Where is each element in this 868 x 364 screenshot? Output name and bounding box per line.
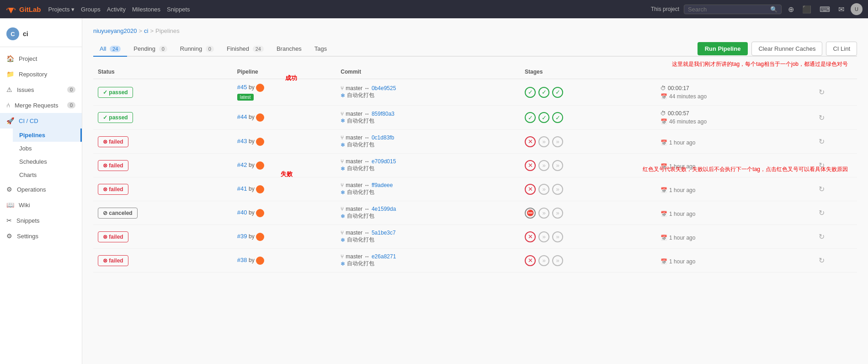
stage-circle[interactable]: ✕ (525, 255, 536, 266)
stage-circle[interactable]: ✓ (525, 112, 536, 123)
nav-milestones[interactable]: Milestones (132, 6, 160, 13)
stage-circle[interactable]: ✓ (538, 112, 549, 123)
sidebar-item-repository[interactable]: 📁 Repository (0, 66, 82, 82)
breadcrumb-part-1[interactable]: niuyueyang2020 (93, 27, 137, 34)
retry-button[interactable]: ↻ (819, 138, 825, 145)
keyboard-icon[interactable]: ⌨ (818, 3, 832, 16)
retry-button[interactable]: ↻ (819, 185, 825, 193)
status-badge[interactable]: ⊗ failed (98, 160, 128, 171)
retry-button[interactable]: ↻ (819, 114, 825, 122)
stage-circle[interactable]: » (538, 160, 549, 171)
pipeline-link[interactable]: #43 (237, 138, 247, 145)
commit-hash-link[interactable]: 0b4e9525 (372, 85, 396, 91)
stage-circle[interactable]: ⛔ (525, 208, 536, 219)
retry-button[interactable]: ↻ (819, 209, 825, 217)
status-badge[interactable]: ⊗ failed (98, 136, 128, 147)
pipeline-link[interactable]: #39 (237, 233, 247, 240)
sidebar-sub-item-schedules[interactable]: Schedules (13, 155, 82, 168)
tab-pending[interactable]: Pending 0 (127, 42, 173, 56)
tab-branches[interactable]: Branches (270, 42, 308, 56)
breadcrumb-part-2[interactable]: ci (144, 27, 148, 34)
stage-circle[interactable]: » (552, 231, 563, 242)
sidebar-sub-item-charts[interactable]: Charts (13, 168, 82, 182)
status-badge[interactable]: ⊘ canceled (98, 208, 138, 219)
stage-circle[interactable]: ✕ (525, 160, 536, 171)
arrow-icon: ↔ (364, 158, 370, 165)
commit-hash-link[interactable]: 4e1599da (372, 206, 396, 212)
commit-hash-link[interactable]: e26a8271 (372, 253, 396, 260)
sidebar-item-project[interactable]: 🏠 Project (0, 51, 82, 66)
status-badge[interactable]: ⊗ failed (98, 255, 128, 266)
sidebar-item-wiki[interactable]: 📖 Wiki (0, 197, 82, 213)
col-stages: Stages (520, 65, 656, 79)
breadcrumb-sep-2: > (150, 27, 154, 34)
commit-hash-link[interactable]: 0c1d83fb (372, 134, 394, 141)
stage-circle[interactable]: » (552, 184, 563, 195)
status-badge[interactable]: ⊗ failed (98, 231, 128, 242)
sidebar-sub-item-pipelines[interactable]: Pipelines (13, 128, 82, 142)
tab-running[interactable]: Running 0 (174, 42, 220, 56)
stage-circle[interactable]: ✓ (525, 87, 536, 98)
status-badge[interactable]: ✓ passed (98, 87, 133, 98)
stage-circle[interactable]: ✕ (525, 136, 536, 147)
snowflake-icon: ❄ (341, 189, 345, 196)
pipeline-link[interactable]: #40 (237, 209, 247, 216)
actions-cell: ↻ (814, 106, 857, 130)
sidebar-item-snippets[interactable]: ✂ Snippets (0, 213, 82, 228)
retry-button[interactable]: ↻ (819, 161, 825, 169)
stage-circle[interactable]: ✓ (552, 112, 563, 123)
pipeline-link[interactable]: #42 (237, 161, 247, 168)
stage-circle[interactable]: ✓ (552, 87, 563, 98)
commit-hash-link[interactable]: ff9adeee (372, 182, 393, 188)
commit-hash-link[interactable]: 859f80a3 (372, 111, 394, 117)
commit-hash-link[interactable]: e709d015 (372, 158, 396, 165)
sidebar-item-issues[interactable]: ⚠ Issues 0 (0, 82, 82, 97)
stage-circle[interactable]: » (538, 136, 549, 147)
pipeline-link[interactable]: #41 (237, 185, 247, 192)
stage-circle[interactable]: » (538, 255, 549, 266)
nav-projects[interactable]: Projects ▾ (48, 6, 75, 13)
run-pipeline-button[interactable]: Run Pipeline (698, 42, 748, 55)
duration-info: 📅 1 hour ago (660, 235, 809, 241)
status-badge[interactable]: ⊗ failed (98, 184, 128, 195)
retry-button[interactable]: ↻ (819, 88, 825, 96)
search-input[interactable] (688, 6, 770, 13)
search-box[interactable]: 🔍 (684, 5, 782, 14)
stage-circle[interactable]: ✕ (525, 184, 536, 195)
ci-lint-button[interactable]: CI Lint (826, 42, 857, 56)
retry-button[interactable]: ↻ (819, 257, 825, 264)
nav-snippets[interactable]: Snippets (167, 6, 190, 13)
avatar[interactable]: U (851, 3, 863, 15)
retry-button[interactable]: ↻ (819, 233, 825, 241)
stages-cell: ⛔»» (520, 201, 656, 225)
nav-groups[interactable]: Groups (81, 6, 101, 13)
status-badge[interactable]: ✓ passed (98, 112, 133, 123)
commit-hash-link[interactable]: 5a1be3c7 (372, 230, 396, 236)
gitlab-logo[interactable]: GitLab (5, 4, 41, 15)
sidebar-item-merge-requests[interactable]: ⑃ Merge Requests 0 (0, 97, 82, 113)
tab-finished[interactable]: Finished 24 (220, 42, 270, 56)
stage-circle[interactable]: » (552, 160, 563, 171)
sidebar-item-operations[interactable]: ⚙ Operations (0, 182, 82, 197)
stage-circle[interactable]: » (538, 231, 549, 242)
stage-circle[interactable]: » (538, 184, 549, 195)
nav-activity[interactable]: Activity (107, 6, 126, 13)
sidebar-item-settings[interactable]: ⚙ Settings (0, 228, 82, 244)
issues-icon[interactable]: ✉ (836, 3, 846, 16)
pipeline-link[interactable]: #45 (237, 84, 247, 91)
stage-circle[interactable]: » (552, 255, 563, 266)
tab-all[interactable]: All 24 (93, 42, 127, 57)
sidebar-sub-item-jobs[interactable]: Jobs (13, 142, 82, 155)
pipeline-link[interactable]: #38 (237, 257, 247, 263)
stage-circle[interactable]: ✓ (538, 87, 549, 98)
plus-icon[interactable]: ⊕ (786, 3, 796, 16)
stage-circle[interactable]: » (552, 208, 563, 219)
stage-circle[interactable]: » (552, 136, 563, 147)
sidebar-item-ci-cd[interactable]: 🚀 CI / CD (0, 113, 82, 128)
clear-caches-button[interactable]: Clear Runner Caches (751, 42, 822, 56)
stage-circle[interactable]: » (538, 208, 549, 219)
pipeline-link[interactable]: #44 (237, 113, 247, 120)
stage-circle[interactable]: ✕ (525, 231, 536, 242)
tab-tags[interactable]: Tags (308, 42, 333, 56)
screen-icon[interactable]: ⬛ (800, 3, 813, 16)
